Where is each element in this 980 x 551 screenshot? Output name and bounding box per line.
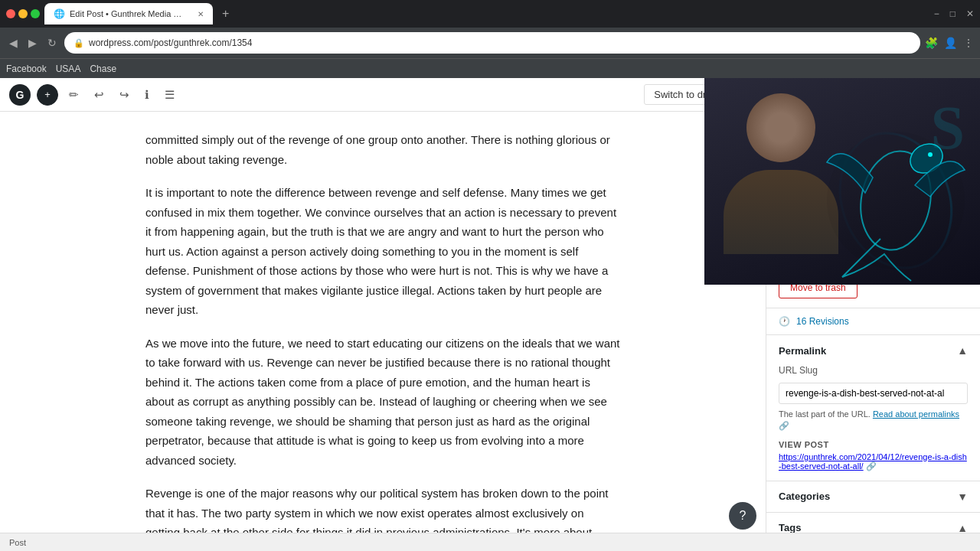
address-bar[interactable]: 🔒 wordpress.com/post/gunthrek.com/1354 bbox=[64, 32, 920, 54]
post-url-external-icon: 🔗 bbox=[866, 461, 877, 471]
bookmark-usaa[interactable]: USAA bbox=[56, 64, 81, 74]
tags-title: Tags bbox=[779, 522, 801, 533]
categories-header[interactable]: Categories ▼ bbox=[779, 491, 968, 503]
browser-chrome: 🌐 Edit Post • Gunthrek Media — W... ✕ + … bbox=[0, 0, 980, 78]
browser-titlebar: 🌐 Edit Post • Gunthrek Media — W... ✕ + … bbox=[0, 0, 980, 28]
redo-icon[interactable]: ↪ bbox=[115, 85, 134, 105]
revisions-row[interactable]: 🕐 16 Revisions bbox=[766, 308, 980, 335]
tags-section: Tags ▲ bbox=[766, 513, 980, 533]
permalink-title: Permalink bbox=[779, 345, 826, 357]
help-button[interactable]: ? bbox=[729, 502, 756, 530]
revisions-clock-icon: 🕐 bbox=[779, 316, 790, 327]
view-post-label: VIEW POST bbox=[779, 440, 968, 449]
wp-logo: G bbox=[9, 84, 31, 106]
browser-toolbar: ◀ ▶ ↻ 🔒 wordpress.com/post/gunthrek.com/… bbox=[0, 28, 980, 58]
browser-tab[interactable]: 🌐 Edit Post • Gunthrek Media — W... ✕ bbox=[44, 3, 213, 24]
browser-actions: 🧩 👤 ⋮ bbox=[925, 37, 974, 49]
undo-icon[interactable]: ↩ bbox=[90, 85, 109, 105]
tab-title: Edit Post • Gunthrek Media — W... bbox=[70, 9, 190, 18]
external-link-icon: 🔗 bbox=[779, 421, 789, 430]
status-text: Post bbox=[9, 538, 26, 547]
webcam-overlay: S bbox=[704, 78, 980, 285]
categories-title: Categories bbox=[779, 491, 830, 502]
add-block-button[interactable]: + bbox=[37, 84, 58, 106]
url-slug-label: URL Slug bbox=[779, 365, 818, 376]
forward-button[interactable]: ▶ bbox=[25, 34, 40, 52]
info-icon[interactable]: ℹ bbox=[140, 85, 154, 105]
back-button[interactable]: ◀ bbox=[6, 34, 21, 52]
tags-collapse-icon: ▲ bbox=[957, 522, 968, 533]
edit-icon[interactable]: ✏ bbox=[64, 85, 83, 105]
categories-collapse-icon: ▼ bbox=[957, 491, 968, 503]
post-url[interactable]: https://gunthrek.com/2021/04/12/revenge-… bbox=[779, 452, 968, 471]
bookmarks-bar: Facebook USAA Chase bbox=[0, 58, 980, 78]
extensions-icon[interactable]: 🧩 bbox=[925, 37, 938, 49]
bookmark-chase[interactable]: Chase bbox=[90, 64, 116, 74]
revisions-count: 16 Revisions bbox=[796, 316, 849, 327]
paragraph-1: committed simply out of the revenge of o… bbox=[145, 130, 620, 169]
paragraph-4: Revenge is one of the major reasons why … bbox=[145, 484, 620, 533]
url-text: wordpress.com/post/gunthrek.com/1354 bbox=[89, 37, 252, 48]
read-about-permalinks-link[interactable]: Read about permalinks bbox=[873, 409, 959, 419]
profile-icon[interactable]: 👤 bbox=[944, 37, 957, 49]
url-info: The last part of the URL. Read about per… bbox=[779, 409, 968, 432]
url-slug-input[interactable] bbox=[779, 383, 968, 404]
bookmark-facebook[interactable]: Facebook bbox=[6, 64, 47, 74]
permalink-collapse-icon: ▲ bbox=[957, 344, 968, 357]
tab-close-btn[interactable]: ✕ bbox=[198, 10, 204, 18]
watermark-s: S bbox=[931, 93, 965, 163]
tags-header[interactable]: Tags ▲ bbox=[779, 522, 968, 533]
editor-content[interactable]: committed simply out of the revenge of o… bbox=[0, 112, 766, 533]
editor-text: committed simply out of the revenge of o… bbox=[145, 130, 620, 533]
new-tab-button[interactable]: + bbox=[217, 5, 234, 22]
url-info-text: The last part of the URL. bbox=[779, 409, 871, 419]
paragraph-3: As we move into the future, we need to s… bbox=[145, 334, 620, 471]
list-icon[interactable]: ☰ bbox=[160, 85, 179, 105]
categories-section: Categories ▼ bbox=[766, 481, 980, 513]
url-slug-section: URL Slug bbox=[779, 363, 968, 404]
wp-statusbar: Post bbox=[0, 533, 980, 551]
permalink-header[interactable]: Permalink ▲ bbox=[779, 344, 968, 357]
paragraph-2: It is important to note the difference b… bbox=[145, 183, 620, 320]
reload-button[interactable]: ↻ bbox=[44, 34, 60, 52]
menu-icon[interactable]: ⋮ bbox=[963, 37, 974, 49]
permalink-section: Permalink ▲ URL Slug The last part of th… bbox=[766, 335, 980, 481]
